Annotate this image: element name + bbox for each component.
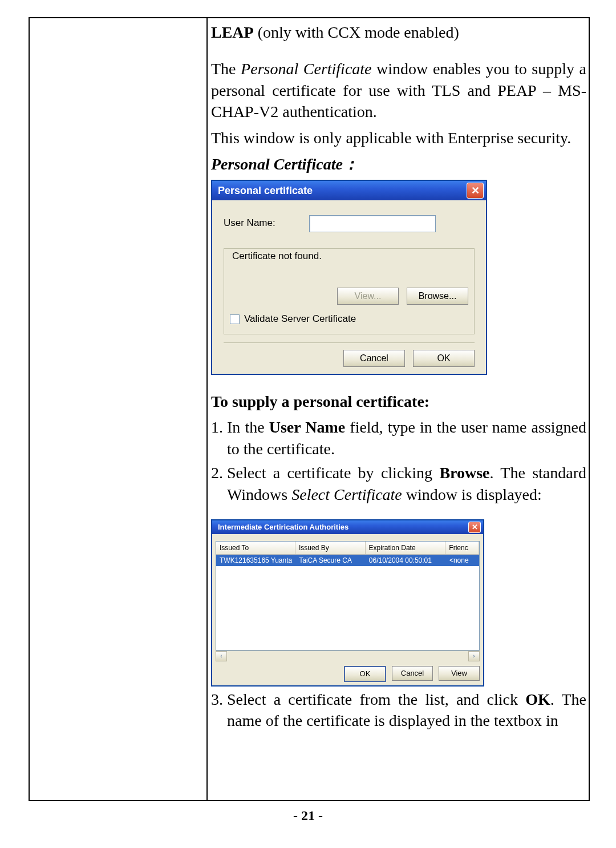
text-leap: LEAP [211, 23, 254, 41]
steps-list-cont: Select a certificate from the list, and … [211, 689, 586, 732]
dialog-personal-certificate: Personal certificate ✕ User Name: Certif… [211, 180, 487, 375]
col-issued-to[interactable]: Issued To [216, 542, 295, 554]
dialog-body: Issued To Issued By Expiration Date Frie… [212, 534, 483, 685]
checkbox-validate[interactable] [230, 314, 240, 324]
dialog-title: Personal certificate [218, 184, 313, 197]
group-certificate: Certificate not found. View... Browse...… [224, 248, 475, 334]
label-cert-not-found: Certificate not found. [230, 250, 324, 263]
row-username: User Name: [224, 215, 475, 232]
content-table: LEAP (only with CCX mode enabled) The Pe… [29, 17, 590, 801]
paragraph-1: The Personal Certificate window enables … [211, 58, 586, 123]
table-right-column: LEAP (only with CCX mode enabled) The Pe… [208, 18, 589, 800]
page-number: - 21 - [29, 808, 587, 823]
list-item: Select a certificate from the list, and … [227, 689, 586, 732]
view-button[interactable]: View... [337, 288, 399, 305]
input-username[interactable] [309, 215, 436, 232]
label-username: User Name: [224, 217, 309, 230]
dialog-bottom-buttons: Cancel OK [224, 342, 475, 367]
text-leap-rest: (only with CCX mode enabled) [254, 23, 459, 41]
dialog-titlebar[interactable]: Intermediate Certirication Authorities ✕ [212, 520, 483, 534]
close-icon[interactable]: ✕ [467, 183, 484, 199]
horizontal-scrollbar[interactable]: ‹ › [216, 651, 480, 661]
table-row[interactable]: TWK121635165 Yuanta TaiCA Secure CA 06/1… [216, 555, 479, 566]
steps-list: In the User Name field, type in the user… [211, 417, 586, 505]
list-header: Issued To Issued By Expiration Date Frie… [216, 542, 479, 555]
document-page: LEAP (only with CCX mode enabled) The Pe… [0, 0, 616, 848]
list-item: In the User Name field, type in the user… [227, 417, 586, 460]
dialog-titlebar[interactable]: Personal certificate ✕ [212, 181, 486, 200]
list-item: Select a certificate by clicking Browse.… [227, 462, 586, 506]
browse-button[interactable]: Browse... [407, 288, 468, 305]
paragraph-2: This window is only applicable with Ente… [211, 127, 586, 149]
view-button[interactable]: View [439, 666, 480, 681]
dialog-intermediate-ca: Intermediate Certirication Authorities ✕… [211, 519, 484, 687]
table-left-column [30, 18, 208, 800]
cancel-button[interactable]: Cancel [343, 350, 405, 367]
dialog-title: Intermediate Certirication Authorities [218, 522, 348, 532]
cancel-button[interactable]: Cancel [392, 666, 433, 681]
col-expiration[interactable]: Expiration Date [366, 542, 446, 554]
certificate-list[interactable]: Issued To Issued By Expiration Date Frie… [216, 541, 480, 651]
heading-personal-certificate: Personal Certificate： [211, 154, 586, 175]
close-icon[interactable]: ✕ [468, 522, 481, 533]
paragraph-leap: LEAP (only with CCX mode enabled) [211, 22, 586, 43]
col-friendly[interactable]: Frienc [445, 542, 479, 554]
ok-button[interactable]: OK [344, 666, 386, 682]
heading-to-supply: To supply a personal certificate: [211, 391, 586, 413]
col-issued-by[interactable]: Issued By [295, 542, 366, 554]
dialog-body: User Name: Certificate not found. View..… [212, 200, 486, 374]
ok-button[interactable]: OK [413, 350, 475, 367]
scroll-right-icon[interactable]: › [468, 651, 480, 661]
label-validate: Validate Server Certificate [244, 313, 356, 324]
row-validate: Validate Server Certificate [230, 313, 468, 326]
scroll-left-icon[interactable]: ‹ [216, 651, 227, 661]
